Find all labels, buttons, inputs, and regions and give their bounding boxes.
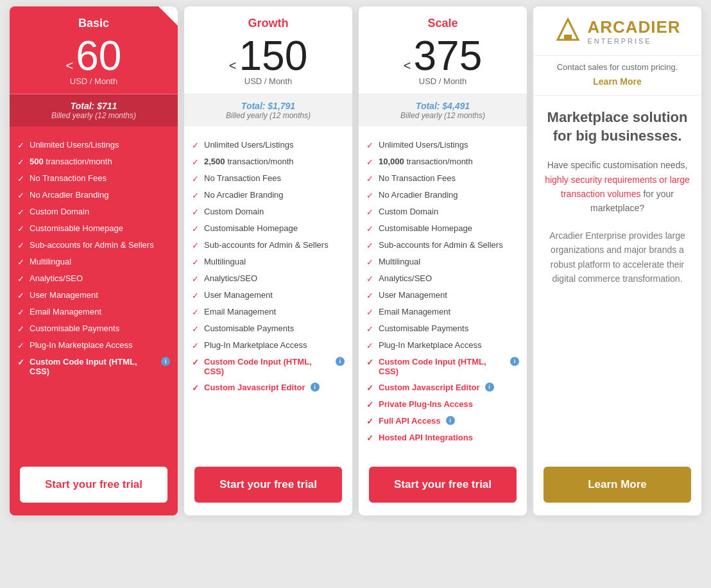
check-icon: ✓ [17,324,24,334]
total-amount: Total: $4,491 [366,101,519,111]
plan-scale-total: Total: $4,491 Billed yearly (12 months) [359,94,527,126]
plan-basic-header: Basic < 60 USD / Month [10,6,178,94]
plan-basic-name: Basic [17,17,170,30]
check-icon: ✓ [192,241,199,250]
check-icon: ✓ [366,358,373,367]
total-label: Billed yearly (12 months) [366,111,519,120]
feature-item: ✓10,000 transaction/month [366,153,519,170]
pricing-container: Basic < 60 USD / Month Total: $711 Bille… [6,6,705,515]
enterprise-contact: Contact sales for custom pricing. Learn … [533,55,701,96]
feature-item: ✓Customisable Homepage [17,220,170,237]
feature-item: ✓Custom Domain [192,203,345,220]
info-icon[interactable]: i [485,383,494,392]
feature-item: ✓No Arcadier Branding [192,187,345,203]
feature-item: ✓Customisable Homepage [366,220,519,237]
price-period: USD / Month [192,76,345,86]
check-icon: ✓ [192,383,199,393]
plan-basic: Basic < 60 USD / Month Total: $711 Bille… [10,6,178,515]
plan-growth-price: < 150 [192,35,345,76]
feature-item: ✓User Management [366,287,519,304]
check-icon: ✓ [192,291,199,300]
check-icon: ✓ [17,207,24,217]
scale-trial-button[interactable]: Start your free trial [369,467,517,503]
feature-item: ✓Customisable Payments [366,320,519,337]
feature-item: ✓500 transaction/month [17,153,170,170]
feature-item: ✓Sub-accounts for Admin & Sellers [17,237,170,254]
growth-cta-section: Start your free trial [184,456,352,515]
plan-enterprise: ARCADIER ENTERPRISE Contact sales for cu… [533,6,701,515]
total-label: Billed yearly (12 months) [192,111,345,120]
check-icon: ✓ [192,157,199,167]
feature-item: ✓Custom Javascript Editori [366,379,519,396]
growth-trial-button[interactable]: Start your free trial [194,467,342,503]
feature-item: ✓No Transaction Fees [366,170,519,187]
check-icon: ✓ [366,291,373,300]
basic-cta-section: Start your free trial [10,456,178,515]
check-icon: ✓ [366,157,373,167]
check-icon: ✓ [17,174,24,184]
check-icon: ✓ [192,224,199,234]
info-icon[interactable]: i [311,383,320,392]
contact-text: Contact sales for custom pricing. [544,62,691,72]
feature-item: ✓Sub-accounts for Admin & Sellers [192,237,345,254]
plan-scale-name: Scale [366,17,519,30]
feature-item: ✓Unlimited Users/Listings [192,137,345,153]
check-icon: ✓ [366,433,373,443]
check-icon: ✓ [366,191,373,200]
plan-scale: Scale < 375 USD / Month Total: $4,491 Bi… [359,6,527,515]
feature-item: ✓No Transaction Fees [192,170,345,187]
feature-item: ✓Analytics/SEO [17,270,170,287]
price-amount: 375 [413,35,482,76]
total-amount: Total: $1,791 [192,101,345,111]
plan-growth-total: Total: $1,791 Billed yearly (12 months) [184,94,352,126]
feature-item: ✓Private Plug-Ins Access [366,396,519,413]
info-icon[interactable]: i [510,357,519,366]
check-icon: ✓ [366,174,373,184]
feature-item: ✓Unlimited Users/Listings [17,137,170,153]
feature-item: ✓Unlimited Users/Listings [366,137,519,153]
feature-item: ✓Sub-accounts for Admin & Sellers [366,237,519,254]
check-icon: ✓ [192,341,199,350]
feature-item: ✓No Transaction Fees [17,170,170,187]
feature-item: ✓User Management [192,287,345,304]
arcadier-logo-icon [554,17,582,45]
feature-item: ✓Plug-In Marketplace Access [366,337,519,354]
info-icon[interactable]: i [336,357,345,366]
enterprise-desc1: Have specific customisation needs, highl… [544,158,691,216]
feature-item: ✓Customisable Homepage [192,220,345,237]
check-icon: ✓ [17,358,24,367]
feature-item: ✓No Arcadier Branding [17,187,170,203]
check-icon: ✓ [192,358,199,367]
check-icon: ✓ [366,207,373,217]
check-icon: ✓ [366,307,373,317]
feature-item: ✓Email Management [17,304,170,320]
plan-growth-header: Growth < 150 USD / Month [184,6,352,94]
feature-item: ✓Email Management [366,304,519,320]
check-icon: ✓ [17,241,24,250]
total-amount: Total: $711 [17,101,170,111]
info-icon[interactable]: i [161,357,170,366]
info-icon[interactable]: i [446,416,455,425]
check-icon: ✓ [192,324,199,334]
check-icon: ✓ [192,191,199,200]
enterprise-learn-link[interactable]: Learn More [593,76,641,87]
check-icon: ✓ [192,141,199,150]
price-amount: 60 [76,35,121,76]
scale-cta-section: Start your free trial [359,456,527,515]
enterprise-learn-button[interactable]: Learn More [544,467,691,503]
price-less: < [229,58,237,73]
check-icon: ✓ [192,207,199,217]
plan-growth-name: Growth [192,17,345,30]
feature-item: ✓User Management [17,287,170,304]
enterprise-headline: Marketplace solution for big businesses. [544,108,691,145]
basic-trial-button[interactable]: Start your free trial [20,467,167,503]
feature-item: ✓Analytics/SEO [366,270,519,287]
enterprise-logo-section: ARCADIER ENTERPRISE [533,6,701,55]
total-label: Billed yearly (12 months) [17,111,170,120]
check-icon: ✓ [366,274,373,284]
price-period: USD / Month [17,76,170,86]
highlight-text: highly security requirements or large tr… [545,175,690,199]
enterprise-cta-section: Learn More [533,456,701,515]
feature-item: ✓Customisable Payments [192,320,345,337]
basic-features: ✓Unlimited Users/Listings ✓500 transacti… [10,126,178,456]
